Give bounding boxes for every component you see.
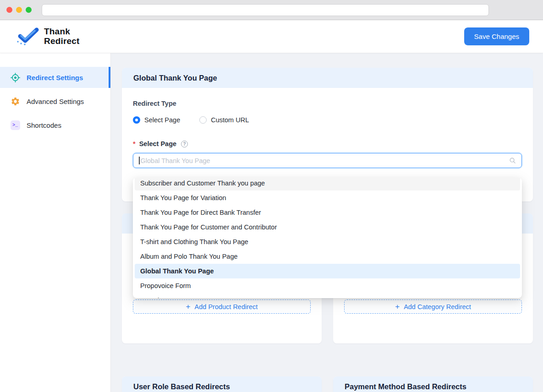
radio-select-page-control[interactable] (133, 116, 140, 124)
brand-name: Thank Redirect (44, 27, 80, 46)
search-icon (509, 157, 516, 164)
dropdown-option[interactable]: Sample Page (135, 293, 520, 298)
plus-icon: + (186, 303, 191, 310)
target-icon (10, 72, 20, 82)
dropdown-option[interactable]: T-shirt and Clothing Thank You Page (135, 234, 520, 249)
select-placeholder: Global Thank You Page (141, 157, 210, 164)
sidebar-item-shortcodes[interactable]: >_ Shortcodes (0, 114, 110, 136)
page-select-input[interactable]: Global Thank You Page (133, 153, 522, 168)
global-card-title: Global Thank You Page (133, 74, 217, 82)
add-category-redirect-label: Add Category Redirect (404, 303, 471, 310)
app-window: Thank Redirect Save Changes (0, 0, 543, 392)
app-header: Thank Redirect Save Changes (0, 20, 543, 53)
shortcode-icon: >_ (10, 120, 20, 130)
dropdown-option[interactable]: Thank You Page for Customer and Contribu… (135, 220, 520, 234)
radio-custom-url-label: Custom URL (211, 116, 249, 124)
address-bar[interactable] (42, 4, 489, 16)
redirect-type-radio-group: Select Page Custom URL (133, 116, 522, 124)
radio-custom-url[interactable]: Custom URL (199, 116, 249, 124)
brand: Thank Redirect (14, 27, 80, 47)
add-product-redirect-button[interactable]: + Add Product Redirect (133, 299, 311, 314)
user-role-redirects-card: User Role Based Redirects (122, 376, 322, 392)
select-page-label-row: * Select Page ? (133, 140, 522, 147)
user-role-card-title: User Role Based Redirects (133, 382, 230, 391)
required-mark: * (133, 140, 136, 147)
help-icon[interactable]: ? (181, 141, 188, 147)
add-category-redirect-button[interactable]: + Add Category Redirect (344, 299, 522, 314)
payment-card-header: Payment Method Based Redirects (333, 376, 533, 392)
sidebar-item-label: Redirect Settings (27, 74, 83, 82)
user-role-card-header: User Role Based Redirects (122, 376, 322, 392)
radio-select-page[interactable]: Select Page (133, 116, 180, 124)
sidebar-item-advanced-settings[interactable]: Advanced Settings (0, 91, 110, 112)
page-select-dropdown: Subscriber and Customer Thank you page T… (133, 178, 522, 298)
radio-custom-url-control[interactable] (199, 116, 207, 124)
main-content: Global Thank You Page Redirect Type Sele… (111, 53, 543, 392)
dropdown-option-selected[interactable]: Global Thank You Page (135, 264, 520, 278)
text-caret (139, 157, 140, 164)
redirect-type-label: Redirect Type (133, 100, 522, 107)
dropdown-option[interactable]: Thank You Page for Variation (135, 191, 520, 205)
dropdown-option[interactable]: Subscriber and Customer Thank you page (135, 178, 520, 191)
payment-card-title: Payment Method Based Redirects (345, 382, 466, 391)
sidebar-item-redirect-settings[interactable]: Redirect Settings (0, 67, 110, 88)
dropdown-option[interactable]: Thank You Page for Direct Bank Transfer (135, 205, 520, 220)
sidebar-item-label: Advanced Settings (27, 98, 84, 105)
radio-select-page-label: Select Page (144, 116, 180, 124)
sidebar: Redirect Settings Advanced Settings >_ S… (0, 53, 111, 392)
minimize-window-button[interactable] (16, 7, 22, 13)
select-page-label: Select Page (139, 140, 176, 147)
dropdown-option[interactable]: Propovoice Form (135, 278, 520, 293)
sidebar-item-label: Shortcodes (27, 121, 61, 129)
close-window-button[interactable] (6, 7, 12, 13)
maximize-window-button[interactable] (26, 7, 32, 13)
browser-chrome (0, 0, 543, 20)
save-changes-button[interactable]: Save Changes (464, 27, 529, 45)
payment-method-redirects-card: Payment Method Based Redirects (333, 376, 533, 392)
gear-icon (10, 96, 20, 106)
dropdown-option-list: Subscriber and Customer Thank you page T… (135, 178, 520, 298)
app-logo-icon (14, 27, 40, 47)
add-product-redirect-label: Add Product Redirect (195, 303, 258, 310)
plus-icon: + (395, 303, 400, 310)
window-controls (6, 7, 32, 13)
dropdown-option[interactable]: Album and Polo Thank You Page (135, 249, 520, 264)
bottom-row: User Role Based Redirects Payment Method… (122, 376, 533, 392)
global-card-header: Global Thank You Page (122, 68, 533, 88)
